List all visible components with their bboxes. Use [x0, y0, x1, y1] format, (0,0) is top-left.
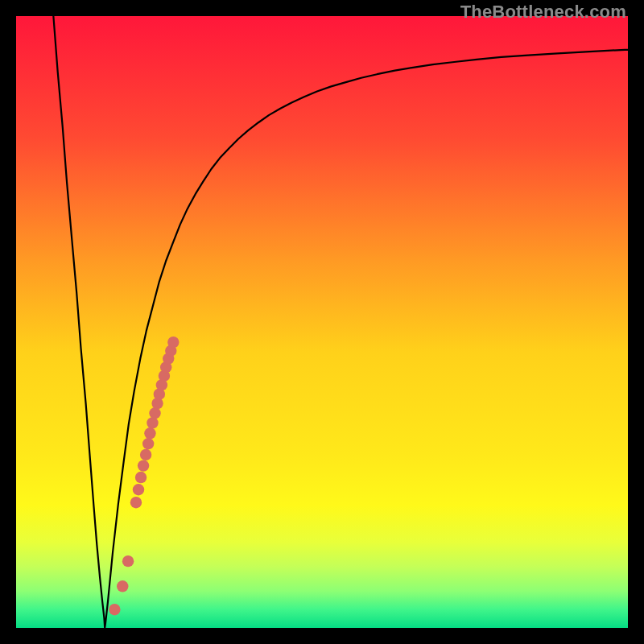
data-point [167, 336, 179, 348]
data-point [144, 427, 155, 439]
data-point [147, 417, 158, 428]
data-point [138, 460, 149, 471]
chart-svg [16, 16, 628, 628]
data-point [142, 438, 154, 449]
data-point [149, 407, 160, 419]
data-point [117, 580, 128, 592]
data-point [135, 472, 147, 483]
data-point [130, 497, 142, 508]
data-point [122, 555, 134, 567]
gradient-background [16, 16, 628, 628]
data-point [109, 604, 120, 615]
chart-frame: TheBottleneck.com [0, 0, 644, 644]
data-point [133, 484, 144, 495]
data-point [140, 449, 151, 460]
watermark-text: TheBottleneck.com [460, 2, 626, 23]
plot-area [16, 16, 628, 628]
